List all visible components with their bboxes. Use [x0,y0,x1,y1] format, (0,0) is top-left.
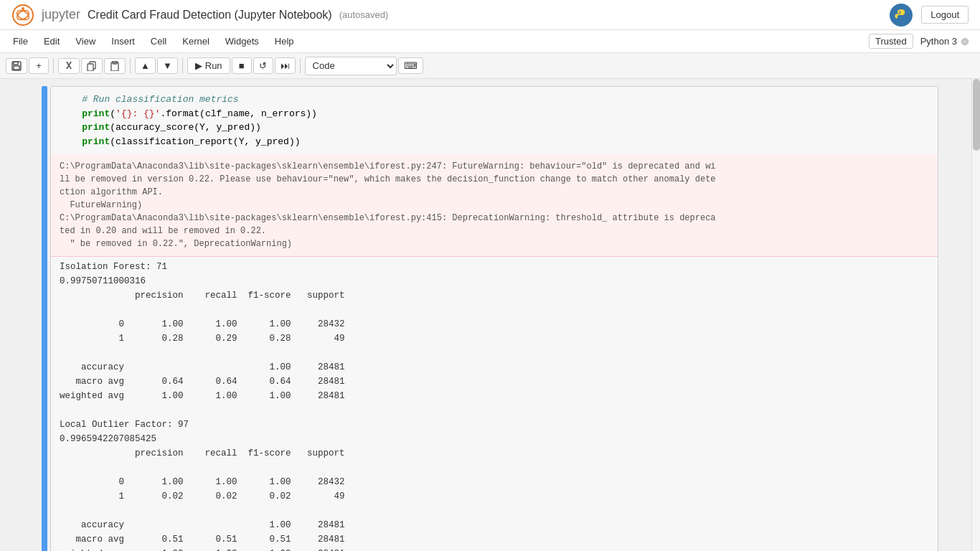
run-label: Run [205,60,222,71]
menu-view[interactable]: View [68,33,103,50]
move-down-button[interactable]: ▼ [157,57,178,74]
save-button[interactable] [6,58,27,74]
cell-active-indicator [42,86,47,551]
toolbar-separator-1 [53,58,54,74]
header-right: Logout [890,4,969,27]
stop-button[interactable]: ■ [232,57,252,74]
logout-button[interactable]: Logout [921,6,969,24]
menubar: File Edit View Insert Cell Kernel Widget… [0,30,980,53]
kernel-info: Python 3 [915,34,974,48]
scrollbar-thumb[interactable] [973,79,980,151]
toolbar: + ▲ ▼ ▶ Run ■ ↺ ⏭ Code Markdown Raw NBCo… [0,53,980,79]
kernel-status-icon [961,38,969,45]
scrollbar-track[interactable] [971,79,980,551]
menu-help[interactable]: Help [268,33,301,50]
add-cell-button[interactable]: + [29,57,49,74]
svg-point-3 [22,7,24,10]
notebook-title[interactable]: Credit Card Fraud Detection (Jupyter Not… [88,9,332,22]
menu-insert[interactable]: Insert [104,33,142,50]
app-name: jupyter [42,7,80,22]
restart-button[interactable]: ↺ [253,57,273,74]
restart-run-button[interactable]: ⏭ [275,57,296,74]
move-up-button[interactable]: ▲ [135,57,156,74]
header-left: jupyter Credit Card Fraud Detection (Jup… [11,4,388,27]
header: jupyter Credit Card Fraud Detection (Jup… [0,0,980,30]
toolbar-separator-3 [182,58,183,74]
paste-button[interactable] [104,58,126,74]
normal-output: Isolation Forest: 71 0.99750711000316 pr… [51,257,938,551]
menu-kernel[interactable]: Kernel [175,33,217,50]
notebook-scroll[interactable]: # Run classification metrics print('{}: … [0,79,980,551]
menu-widgets[interactable]: Widgets [218,33,266,50]
code-cell[interactable]: # Run classification metrics print('{}: … [50,86,938,551]
kernel-name: Python 3 [920,36,957,47]
svg-rect-5 [14,62,18,65]
comment-line: # Run classification metrics [60,94,239,105]
jupyter-logo-icon [11,4,34,27]
menu-edit[interactable]: Edit [37,33,67,50]
menu-file[interactable]: File [6,33,35,50]
svg-point-2 [15,8,30,22]
cell-type-selector[interactable]: Code Markdown Raw NBConvert [305,57,397,75]
run-icon: ▶ [195,60,202,71]
warning-output: C:\ProgramData\Anaconda3\lib\site-packag… [51,154,938,257]
python-logo-icon [890,4,913,27]
toolbar-separator-4 [300,58,301,74]
cut-button[interactable] [58,58,80,74]
autosaved-label: (autosaved) [339,9,389,20]
toolbar-separator-2 [130,58,131,74]
plus-icon: + [36,60,42,71]
svg-rect-8 [88,64,93,71]
copy-button[interactable] [81,58,103,74]
svg-rect-6 [14,66,19,70]
code-cell-wrapper: # Run classification metrics print('{}: … [42,85,938,551]
run-button[interactable]: ▶ Run [187,57,230,74]
menu-cell[interactable]: Cell [143,33,174,50]
trusted-badge[interactable]: Trusted [869,34,913,49]
code-input[interactable]: # Run classification metrics print('{}: … [51,87,938,154]
keyboard-shortcuts-button[interactable]: ⌨ [398,57,423,74]
